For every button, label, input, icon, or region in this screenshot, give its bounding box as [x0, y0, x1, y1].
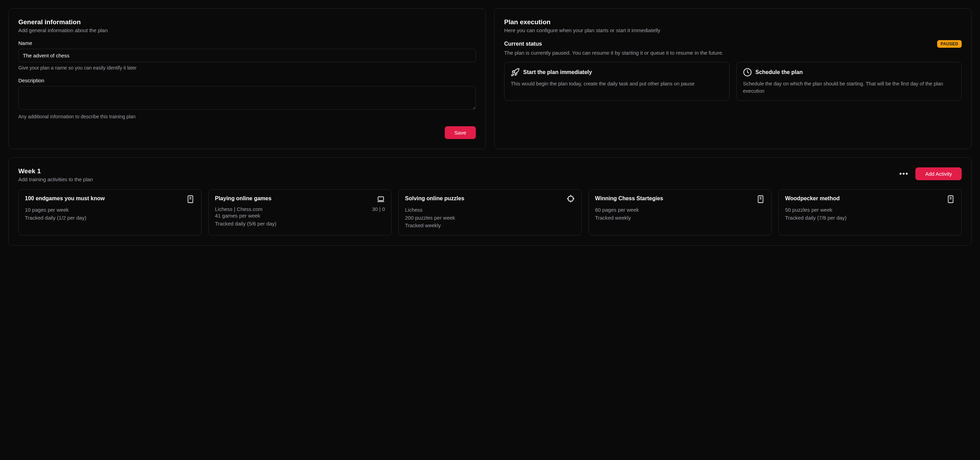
- week-title: Week 1: [18, 168, 93, 175]
- add-activity-button[interactable]: Add Activity: [915, 168, 962, 180]
- book-icon: [757, 195, 765, 203]
- activity-sub: Lichess: [405, 206, 575, 214]
- schedule-plan-title: Schedule the plan: [756, 69, 803, 75]
- activity-title: Winning Chess Startegies: [595, 195, 663, 202]
- schedule-plan-option[interactable]: Schedule the plan Schedule the day on wh…: [737, 62, 962, 101]
- activity-line1: 50 puzzles per week: [785, 206, 955, 214]
- laptop-icon: [377, 195, 385, 203]
- execution-title: Plan execution: [504, 18, 962, 26]
- execution-subtitle: Here you can configure when your plan st…: [504, 27, 962, 33]
- start-immediately-desc: This would begin the plan today, create …: [511, 80, 723, 88]
- activity-line2: Tracked weekly: [595, 214, 765, 222]
- activity-title: Solving online puzzles: [405, 195, 465, 202]
- activity-sub: Lichess | Chess.com: [215, 206, 262, 212]
- activity-card[interactable]: Playing online games Lichess | Chess.com…: [208, 189, 391, 236]
- activity-line1: 60 pages per week: [595, 206, 765, 214]
- activity-title: 100 endgames you must know: [25, 195, 105, 202]
- activity-card[interactable]: 100 endgames you must know 10 pages per …: [18, 189, 202, 236]
- general-info-card: General information Add general informat…: [8, 8, 486, 149]
- book-icon: [947, 195, 955, 203]
- save-button[interactable]: Save: [445, 126, 476, 139]
- plan-execution-card: Plan execution Here you can configure wh…: [494, 8, 972, 149]
- activity-title: Woodpecker method: [785, 195, 840, 202]
- activity-line1: 200 puzzles per week: [405, 214, 575, 222]
- activity-card[interactable]: Woodpecker method 50 puzzles per week Tr…: [778, 189, 962, 236]
- book-icon: [186, 195, 195, 203]
- general-title: General information: [18, 18, 476, 26]
- svg-rect-3: [378, 197, 383, 201]
- name-hint: Give your plan a name so you can easily …: [18, 65, 476, 70]
- clock-icon: [743, 68, 752, 77]
- status-label: Current status: [504, 41, 542, 47]
- general-subtitle: Add general information about the plan: [18, 27, 476, 33]
- start-immediately-title: Start the plan immediately: [523, 69, 592, 75]
- activity-meta: 30 | 0: [372, 206, 385, 212]
- rocket-icon: [511, 68, 520, 77]
- week-card: Week 1 Add training activities to the pl…: [8, 157, 972, 246]
- status-badge: PAUSED: [937, 40, 962, 48]
- description-hint: Any additional information to describe t…: [18, 114, 476, 119]
- puzzle-icon: [567, 195, 575, 203]
- activity-line1: 41 games per week: [215, 212, 385, 220]
- activity-card[interactable]: Solving online puzzles Lichess 200 puzzl…: [398, 189, 582, 236]
- activity-title: Playing online games: [215, 195, 272, 202]
- name-label: Name: [18, 40, 476, 46]
- activity-line2: Tracked daily (1/2 per day): [25, 214, 195, 222]
- name-input[interactable]: [18, 49, 476, 62]
- activity-line1: 10 pages per week: [25, 206, 195, 214]
- activity-line2: Tracked weekly: [405, 222, 575, 230]
- description-input[interactable]: [18, 86, 476, 110]
- activity-card[interactable]: Winning Chess Startegies 60 pages per we…: [589, 189, 772, 236]
- activity-line2: Tracked daily (5/6 per day): [215, 220, 385, 228]
- status-description: The plan is currently paused. You can re…: [504, 50, 962, 56]
- start-immediately-option[interactable]: Start the plan immediately This would be…: [504, 62, 729, 101]
- activity-line2: Tracked daily (7/8 per day): [785, 214, 955, 222]
- week-more-button[interactable]: •••: [896, 168, 911, 179]
- description-label: Description: [18, 77, 476, 83]
- week-subtitle: Add training activities to the plan: [18, 176, 93, 182]
- schedule-plan-desc: Schedule the day on which the plan shoul…: [743, 80, 955, 95]
